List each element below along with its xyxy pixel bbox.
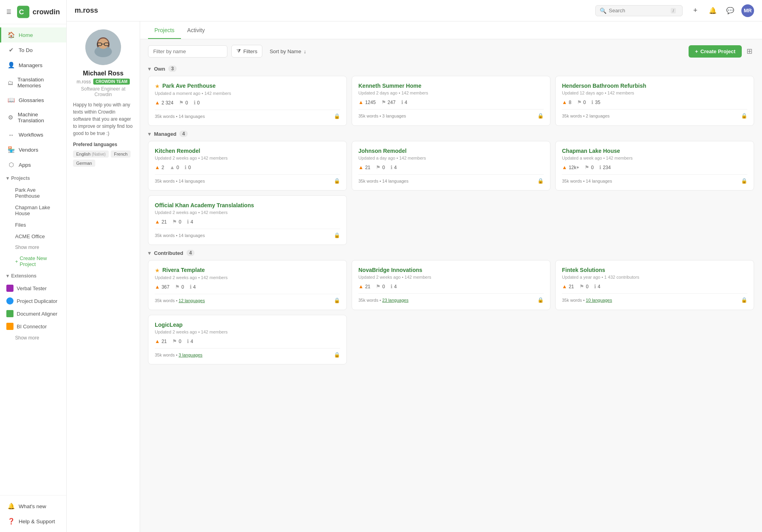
project-footer-fintek: 35k words • 10 languages 🔒 <box>562 293 747 303</box>
projects-section-header[interactable]: ▾ Projects <box>0 172 66 184</box>
projects-grid-managed: Kitchen Remodel Updated 2 weeks ago • 14… <box>148 141 754 245</box>
profile-bio: Happy to help you with any texts within … <box>73 101 133 137</box>
sidebar-logo: ☰ C crowdin <box>0 0 66 24</box>
sidebar-item-glossaries[interactable]: 📖 Glossaries <box>0 93 66 108</box>
project-footer-novabridge: 35k words • 23 languages 🔒 <box>358 293 544 303</box>
sidebar-item-managers[interactable]: 👤 Managers <box>0 58 66 73</box>
profile-name: Michael Ross <box>73 70 133 77</box>
sidebar-item-bi-connector[interactable]: BI Connector <box>0 320 66 333</box>
lock-icon: 🔒 <box>537 178 544 184</box>
project-meta-khan-academy: Updated 2 weeks ago • 142 members <box>155 210 340 215</box>
section-header-contributed[interactable]: ▾ Contributed 4 <box>148 250 754 256</box>
sidebar-item-files[interactable]: Files <box>0 219 66 231</box>
sidebar-item-verbal-tester[interactable]: Verbal Tester <box>0 282 66 295</box>
project-card-johnson-remodel[interactable]: Johnson Remodel Updated a day ago • 142 … <box>352 141 550 191</box>
sidebar-item-apps[interactable]: ⬡ Apps <box>0 157 66 172</box>
project-card-chapman-lake[interactable]: Chapman Lake House Updated a week ago • … <box>555 141 754 191</box>
languages-text-henderson-bathroom: 2 languages <box>586 114 610 118</box>
sidebar-item-home[interactable]: 🏠 Home <box>0 27 66 42</box>
verbal-tester-icon <box>6 285 13 292</box>
languages-link-rivera-template[interactable]: 12 languages <box>179 298 205 303</box>
stat-item: ℹ 4 <box>391 164 397 170</box>
lock-icon: 🔒 <box>741 297 747 303</box>
lock-icon: 🔒 <box>537 113 544 119</box>
section-header-managed[interactable]: ▾ Managed 4 <box>148 131 754 137</box>
project-card-rivera-template[interactable]: ★ Rivera Template Updated 2 weeks ago • … <box>148 260 347 310</box>
project-name-rivera-template: Rivera Template <box>162 267 340 273</box>
section-label-contributed: Contributed <box>154 250 183 256</box>
stat-item: ▲ 2 <box>155 164 164 170</box>
sidebar-item-help[interactable]: ❓ Help & Support <box>0 514 66 529</box>
project-meta-novabridge: Updated 2 weeks ago • 142 members <box>358 275 544 279</box>
sidebar-item-park-ave[interactable]: Park Ave Penthouse <box>0 184 66 202</box>
project-card-novabridge[interactable]: NovaBridge Innovations Updated 2 weeks a… <box>352 260 550 310</box>
profile-panel: Michael Ross m.ross CROWDIN TEAM Softwar… <box>67 21 140 532</box>
sidebar-item-machine-translation[interactable]: ⚙ Machine Translation <box>0 108 66 127</box>
project-name-novabridge: NovaBridge Innovations <box>358 267 544 273</box>
languages-link-logicleap[interactable]: 3 languages <box>179 353 202 357</box>
apps-icon: ⬡ <box>8 161 15 168</box>
grid-toggle-icon[interactable]: ⊞ <box>745 45 754 57</box>
section-count-managed: 4 <box>179 131 188 137</box>
sidebar-item-whats-new[interactable]: 🔔 What's new <box>0 499 66 514</box>
bell-icon: 🔔 <box>709 7 717 14</box>
project-meta-johnson-remodel: Updated a day ago • 142 members <box>358 156 544 160</box>
search-input[interactable] <box>609 8 668 13</box>
sidebar-item-project-duplicator[interactable]: Project Duplicator <box>0 295 66 307</box>
project-card-henderson-bathroom[interactable]: Henderson Bathroom Refurbish Updated 12 … <box>555 76 754 126</box>
project-card-logicleap[interactable]: LogicLeap Updated 2 weeks ago • 142 memb… <box>148 315 347 364</box>
sidebar-item-label: To Do <box>19 47 33 53</box>
extensions-section-header[interactable]: ▾ Extensions <box>0 270 66 282</box>
stat-item: ▲ 8 <box>562 99 572 105</box>
messages-button[interactable]: 💬 <box>724 4 737 17</box>
project-card-kenneth-summer[interactable]: Kenneth Summer Home Updated 2 days ago •… <box>352 76 550 126</box>
project-stats-kitchen-remodel: ▲ 2▲ 0ℹ 0 <box>155 164 340 170</box>
notifications-button[interactable]: 🔔 <box>706 4 719 17</box>
stat-item: ▲ 21 <box>562 283 574 289</box>
sidebar-item-document-aligner[interactable]: Document Aligner <box>0 307 66 320</box>
project-words-fintek: 35k words • 10 languages <box>562 298 612 303</box>
section-count-contributed: 4 <box>187 250 195 256</box>
stat-item: ℹ 4 <box>187 219 193 225</box>
filter-by-name-input[interactable] <box>148 45 227 58</box>
project-card-park-ave[interactable]: ★ Park Ave Penthouse Updated a moment ag… <box>148 76 347 126</box>
section-header-own[interactable]: ▾ Own 3 <box>148 66 754 72</box>
projects-section-chevron: ▾ <box>6 175 9 181</box>
stat-item: ▲ 1245 <box>358 99 376 105</box>
user-avatar[interactable]: MR <box>741 4 754 17</box>
create-plus-icon: + <box>695 48 698 54</box>
sidebar-item-todo[interactable]: ✔ To Do <box>0 42 66 58</box>
projects-tabs: Projects Activity <box>140 21 762 39</box>
languages-link-novabridge[interactable]: 23 languages <box>382 298 408 303</box>
tab-activity[interactable]: Activity <box>181 21 211 39</box>
sidebar-item-translation-memories[interactable]: 🗂 Translation Memories <box>0 73 66 93</box>
project-card-header: NovaBridge Innovations <box>358 267 544 273</box>
sort-by-name-button[interactable]: Sort by Name ↓ <box>266 46 309 57</box>
filters-button[interactable]: ⧩ Filters <box>231 45 262 58</box>
project-footer-khan-academy: 35k words • 14 languages 🔒 <box>155 229 340 238</box>
project-card-header: Kitchen Remodel <box>155 148 340 154</box>
tab-projects[interactable]: Projects <box>148 21 181 39</box>
workflows-icon: ↔ <box>8 131 15 138</box>
project-words-novabridge: 35k words • 23 languages <box>358 298 408 303</box>
sidebar-item-workflows[interactable]: ↔ Workflows <box>0 127 66 142</box>
filter-icon: ⧩ <box>237 48 241 54</box>
project-stats-chapman-lake: ▲ 12k+⚑ 0ℹ 234 <box>562 164 747 170</box>
project-card-fintek[interactable]: Fintek Solutions Updated a year ago • 1 … <box>555 260 754 310</box>
projects-show-more[interactable]: Show more <box>0 242 66 253</box>
whats-new-icon: 🔔 <box>8 503 15 510</box>
stat-item: ℹ 4 <box>190 284 196 290</box>
create-new-project[interactable]: + Create New Project <box>0 253 66 270</box>
project-card-kitchen-remodel[interactable]: Kitchen Remodel Updated 2 weeks ago • 14… <box>148 141 347 191</box>
sidebar-item-chapman[interactable]: Chapman Lake House <box>0 202 66 219</box>
hamburger-icon[interactable]: ☰ <box>6 9 12 15</box>
project-card-khan-academy[interactable]: Official Khan Academy Translalations Upd… <box>148 195 347 245</box>
create-project-button[interactable]: + Create Project <box>689 45 742 58</box>
stat-item: ℹ 4 <box>401 99 408 105</box>
add-button[interactable]: + <box>689 4 702 17</box>
sidebar-item-vendors[interactable]: 🏪 Vendors <box>0 142 66 157</box>
extensions-show-more[interactable]: Show more <box>0 333 66 343</box>
sidebar-item-acme[interactable]: ACME Office <box>0 231 66 242</box>
project-footer-kenneth-summer: 35k words • 3 languages 🔒 <box>358 109 544 119</box>
languages-link-fintek[interactable]: 10 languages <box>586 298 612 303</box>
